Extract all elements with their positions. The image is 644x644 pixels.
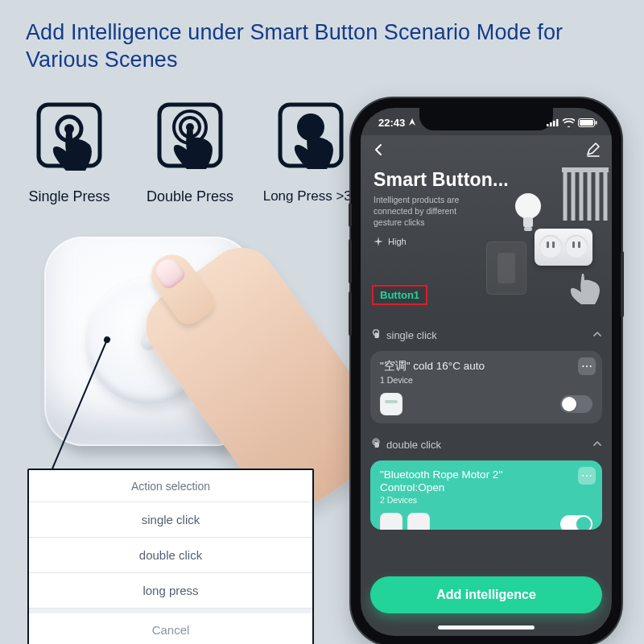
card-more-icon[interactable]: ⋯ [578,467,596,485]
tap-double-icon [151,100,229,180]
press-double-label: Double Press [142,188,238,205]
tab-button1[interactable]: Button1 [372,285,427,305]
status-bar: 22:43 [361,108,612,135]
chevron-up-icon [592,329,602,341]
svg-rect-16 [562,167,609,172]
card-double-title: "Bluetooth Rope Motor 2" [380,469,592,481]
press-single-label: Single Press [21,188,118,205]
scene-toggle-on[interactable] [560,515,592,530]
device-thumb [380,513,402,530]
svg-rect-14 [580,120,593,126]
svg-rect-12 [556,119,559,126]
battery-icon [578,118,597,127]
svg-rect-11 [553,121,555,126]
gesture-tap-icon [370,328,382,342]
press-double: Double Press [142,100,238,205]
scene-card-double[interactable]: ⋯ "Bluetooth Rope Motor 2" Control:Open … [370,460,602,530]
card-single-title: "空调" cold 16°C auto [380,359,592,374]
tap-long-icon [272,100,349,180]
svg-rect-19 [524,227,532,231]
svg-rect-10 [550,122,552,126]
section-double-click[interactable]: double click [370,431,602,457]
device-thumb [407,513,430,530]
svg-rect-18 [523,217,533,227]
action-selection-popup: Action selection single click double cli… [27,469,314,644]
card-double-control: Control:Open [380,481,592,493]
press-long-label: Long Press >3s [262,188,359,204]
tap-single-icon [31,100,108,180]
add-intelligence-button[interactable]: Add intelligence [370,576,602,613]
scene-toggle-off[interactable] [560,395,592,413]
scene-card-single[interactable]: ⋯ "空调" cold 16°C auto 1 Device [370,351,602,423]
section-single-click[interactable]: single click [370,322,602,348]
popup-option-single[interactable]: single click [29,502,312,538]
svg-rect-15 [596,121,597,125]
edit-icon[interactable] [586,142,601,160]
press-type-row: Single Press Double Press Long Press >3s [21,100,359,205]
hero-subtitle: Intelligent products are connected by di… [374,194,486,229]
chevron-up-icon [592,439,602,451]
page-headline: Add Intelligence under Smart Button Scen… [26,19,620,74]
popup-cancel[interactable]: Cancel [29,609,312,644]
press-long: Long Press >3s [262,100,359,205]
wifi-icon [563,118,575,127]
cards-area: single click ⋯ "空调" cold 16°C auto 1 Dev… [361,319,612,572]
status-time: 22:43 [378,117,416,129]
section-double-label: double click [386,439,441,451]
press-single: Single Press [21,100,118,205]
popup-option-double[interactable]: double click [29,538,312,573]
popup-option-long[interactable]: long press [29,573,312,609]
gesture-double-tap-icon [370,438,382,452]
hero-illustration [483,179,604,299]
svg-rect-9 [547,124,549,126]
section-single-label: single click [386,329,437,341]
card-double-devices: 2 Devices [380,495,592,505]
home-indicator[interactable] [438,625,535,630]
back-icon[interactable] [372,143,385,159]
card-single-devices: 1 Device [380,375,592,385]
card-more-icon[interactable]: ⋯ [578,357,596,375]
device-thumb [380,393,402,415]
signal-icon [547,118,559,126]
phone-mockup: 22:43 Smart Button... Intelligent produc… [351,98,621,644]
svg-point-17 [515,193,541,219]
popup-title: Action selection [29,470,312,502]
